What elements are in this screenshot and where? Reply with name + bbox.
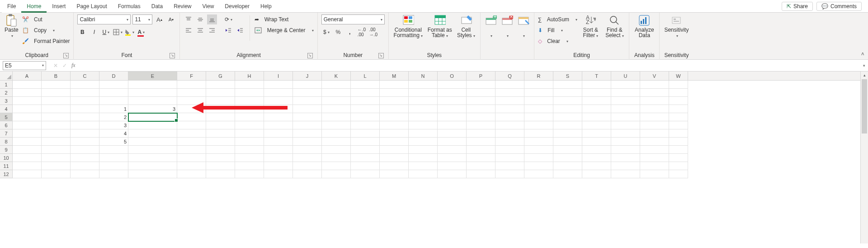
cell-S5[interactable] (553, 113, 582, 121)
tab-review[interactable]: Review (168, 0, 197, 13)
column-header-K[interactable]: K (322, 72, 351, 80)
cell-B2[interactable] (42, 89, 71, 97)
cell-V9[interactable] (640, 146, 669, 154)
cell-I6[interactable] (264, 121, 293, 129)
cell-H12[interactable] (235, 170, 264, 178)
cell-H5[interactable] (235, 113, 264, 121)
autosum-button[interactable]: ∑ AutoSum ▾ (538, 14, 578, 24)
column-header-I[interactable]: I (264, 72, 293, 80)
cell-U6[interactable] (611, 121, 640, 129)
cell-H2[interactable] (235, 89, 264, 97)
cell-G9[interactable] (206, 146, 235, 154)
cell-I8[interactable] (264, 138, 293, 146)
cell-R1[interactable] (524, 81, 553, 89)
cell-I3[interactable] (264, 97, 293, 105)
cell-G7[interactable] (206, 129, 235, 138)
cell-J3[interactable] (293, 97, 322, 105)
cell-B12[interactable] (42, 170, 71, 178)
cell-L6[interactable] (351, 121, 380, 129)
wrap-text-button[interactable]: ➦ Wrap Text (255, 14, 313, 24)
cell-W2[interactable] (669, 89, 688, 97)
cell-I1[interactable] (264, 81, 293, 89)
cell-S7[interactable] (553, 129, 582, 138)
column-header-R[interactable]: R (524, 72, 553, 80)
find-select-button[interactable]: Find & Select▾ (604, 14, 625, 39)
cell-N7[interactable] (409, 129, 438, 138)
cell-T8[interactable] (582, 138, 611, 146)
cell-Q12[interactable] (495, 170, 524, 178)
align-left-button[interactable] (184, 25, 193, 35)
cell-A2[interactable] (13, 89, 42, 97)
cell-L4[interactable] (351, 105, 380, 113)
cell-L10[interactable] (351, 154, 380, 162)
cell-Q3[interactable] (495, 97, 524, 105)
cell-C3[interactable] (71, 97, 99, 105)
cell-U9[interactable] (611, 146, 640, 154)
analyze-data-button[interactable]: Analyze Data (633, 14, 656, 38)
cell-M1[interactable] (380, 81, 409, 89)
cell-M8[interactable] (380, 138, 409, 146)
cell-Q5[interactable] (495, 113, 524, 121)
tab-file[interactable]: File (2, 0, 21, 13)
cell-W10[interactable] (669, 154, 688, 162)
delete-cells-button[interactable]: × ▾ (500, 14, 514, 39)
sort-filter-button[interactable]: AZ Sort & Filter▾ (580, 14, 601, 39)
cell-O6[interactable] (438, 121, 467, 129)
cell-L12[interactable] (351, 170, 380, 178)
cell-R12[interactable] (524, 170, 553, 178)
cell-Q9[interactable] (495, 146, 524, 154)
tab-home[interactable]: Home (21, 0, 47, 13)
borders-button[interactable]: ▾ (113, 27, 123, 37)
cell-C6[interactable] (71, 121, 99, 129)
cell-V5[interactable] (640, 113, 669, 121)
cell-J6[interactable] (293, 121, 322, 129)
cell-J12[interactable] (293, 170, 322, 178)
cell-H1[interactable] (235, 81, 264, 89)
cell-L3[interactable] (351, 97, 380, 105)
cell-S8[interactable] (553, 138, 582, 146)
align-center-button[interactable] (195, 25, 205, 35)
column-header-N[interactable]: N (409, 72, 438, 80)
cell-H6[interactable] (235, 121, 264, 129)
bold-button[interactable]: B (77, 27, 87, 37)
cell-C2[interactable] (71, 89, 99, 97)
cell-E5[interactable] (128, 113, 177, 121)
row-header-3[interactable]: 3 (0, 97, 13, 105)
cell-F3[interactable] (177, 97, 206, 105)
cell-E8[interactable] (128, 138, 177, 146)
cell-W4[interactable] (669, 105, 688, 113)
cell-N6[interactable] (409, 121, 438, 129)
align-middle-button[interactable] (195, 14, 205, 24)
cell-S10[interactable] (553, 154, 582, 162)
font-name-select[interactable]: Calibri▾ (77, 14, 131, 24)
cell-T10[interactable] (582, 154, 611, 162)
cancel-formula-icon[interactable]: ✕ (53, 62, 58, 69)
column-header-M[interactable]: M (380, 72, 409, 80)
column-header-A[interactable]: A (13, 72, 42, 80)
cell-P3[interactable] (467, 97, 495, 105)
cell-V6[interactable] (640, 121, 669, 129)
cell-K1[interactable] (322, 81, 351, 89)
cell-U10[interactable] (611, 154, 640, 162)
column-header-H[interactable]: H (235, 72, 264, 80)
cell-G12[interactable] (206, 170, 235, 178)
column-header-B[interactable]: B (42, 72, 71, 80)
tab-help[interactable]: Help (255, 0, 277, 13)
cell-O1[interactable] (438, 81, 467, 89)
cell-L9[interactable] (351, 146, 380, 154)
tab-page-layout[interactable]: Page Layout (71, 0, 112, 13)
share-button[interactable]: ⇱ Share (782, 2, 813, 11)
cell-R11[interactable] (524, 162, 553, 170)
cell-S2[interactable] (553, 89, 582, 97)
align-right-button[interactable] (207, 25, 217, 35)
fx-icon[interactable]: fx (71, 62, 75, 69)
increase-indent-button[interactable] (235, 25, 245, 35)
cell-O4[interactable] (438, 105, 467, 113)
cell-W8[interactable] (669, 138, 688, 146)
cell-J10[interactable] (293, 154, 322, 162)
row-header-1[interactable]: 1 (0, 81, 13, 89)
cell-H11[interactable] (235, 162, 264, 170)
cell-R8[interactable] (524, 138, 553, 146)
cell-E1[interactable] (128, 81, 177, 89)
cell-G6[interactable] (206, 121, 235, 129)
